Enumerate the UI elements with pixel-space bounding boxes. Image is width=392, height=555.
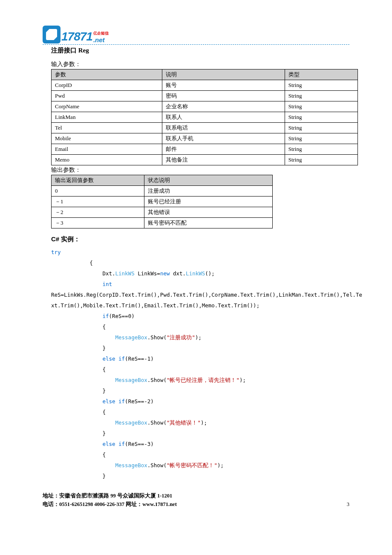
table-header-row: 输出返回值参数 状态说明 — [52, 175, 273, 186]
table-row: CorpID账号String — [52, 80, 358, 91]
col-param: 参数 — [52, 69, 162, 80]
table-header-row: 参数 说明 类型 — [52, 69, 358, 80]
table-row: －1账号已经注册 — [52, 197, 273, 207]
table-row: CorpName企业名称String — [52, 101, 358, 112]
page-title: 注册接口 Reg — [51, 46, 349, 55]
logo-cn-text: 亿企短信 — [93, 31, 109, 36]
table-row: Mobile联系人手机String — [52, 133, 358, 144]
table-row: Tel联系电话String — [52, 123, 358, 133]
header-divider — [43, 44, 349, 45]
logo-header: 17871 亿企短信 .net — [43, 26, 349, 43]
table-row: Pwd密码String — [52, 91, 358, 101]
input-params-label: 输入参数： — [51, 61, 349, 68]
table-row: －3账号密码不匹配 — [52, 218, 273, 228]
col-status: 状态说明 — [144, 175, 272, 186]
col-type: 类型 — [285, 69, 357, 80]
table-row: Memo其他备注String — [52, 155, 358, 165]
logo-icon — [43, 26, 61, 43]
output-params-table: 输出返回值参数 状态说明 0注册成功 －1账号已经注册 －2其他错误 －3账号密… — [51, 175, 273, 228]
page-footer: 地址：安徽省合肥市濉溪路 99 号众诚国际大厦 1-1201 电话：0551-6… — [43, 491, 349, 509]
table-row: －2其他错误 — [52, 207, 273, 218]
footer-tel: 电话：0551-62651298 4006-226-337 网址：www.178… — [43, 500, 177, 509]
table-row: 0注册成功 — [52, 186, 273, 197]
table-row: Email邮件String — [52, 144, 358, 155]
table-row: LinkMan联系人String — [52, 112, 358, 123]
output-params-label: 输出参数： — [51, 166, 349, 174]
example-title: C# 实例： — [51, 235, 349, 243]
logo-number: 17871 — [61, 30, 92, 43]
footer-address: 地址：安徽省合肥市濉溪路 99 号众诚国际大厦 1-1201 — [43, 491, 177, 500]
logo-net-text: .net — [93, 36, 109, 43]
code-block: try { Dxt.LinkWS LinkWs=new dxt.LinkWS()… — [51, 247, 349, 481]
page-number: 3 — [347, 500, 349, 509]
col-return: 输出返回值参数 — [52, 175, 144, 186]
col-desc: 说明 — [162, 69, 285, 80]
input-params-table: 参数 说明 类型 CorpID账号String Pwd密码String Corp… — [51, 69, 358, 165]
